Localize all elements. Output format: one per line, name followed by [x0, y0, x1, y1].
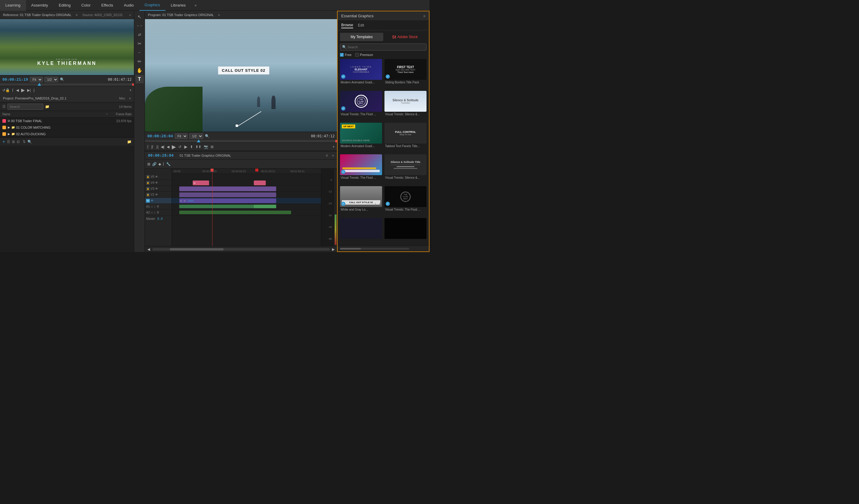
track-indicator-v1[interactable]: V1 [146, 199, 150, 203]
clip-a2-1[interactable] [179, 210, 291, 214]
track-eye-v1[interactable]: 👁 [151, 199, 154, 202]
source-scrubber[interactable] [0, 83, 134, 86]
clip-v4-2[interactable] [254, 180, 266, 185]
timeline-tool-wrench[interactable]: 🔧 [166, 162, 170, 166]
program-add-btn[interactable]: + [333, 145, 335, 149]
nav-editing[interactable]: Editing [54, 0, 76, 11]
eg-free-checkbox[interactable]: ✓ [340, 53, 344, 57]
tool-track-select[interactable]: →→ [135, 21, 144, 30]
track-eye-v3[interactable]: 👁 [155, 187, 158, 190]
program-fit-dropdown[interactable]: Fit [175, 133, 187, 139]
eg-template-11[interactable] [385, 218, 426, 244]
new-bin-btn[interactable]: 📁 [127, 140, 132, 144]
program-prev-edit-btn[interactable]: ◀| [161, 145, 164, 149]
clip-v4-1[interactable]: fx [193, 180, 209, 185]
program-quality-dropdown[interactable]: 1/2 [190, 133, 203, 139]
source-monitor-expand-icon[interactable]: » [129, 13, 131, 17]
eg-search-input[interactable] [340, 44, 426, 51]
eg-source-adobe-stock[interactable]: St Adobe Stock [383, 33, 426, 41]
eg-template-7[interactable]: Silence & Solitude Title Visual Trends: … [385, 154, 426, 184]
timeline-fwd-btn[interactable]: ▶ [332, 247, 335, 251]
search-btn[interactable]: 🔍 [27, 140, 32, 144]
eg-template-0[interactable]: LOWER THIRD ELEGANT CUSTOMIZABLE ✓ Moder… [340, 59, 382, 89]
list-view-btn[interactable]: ☰ [7, 140, 10, 144]
timeline-tool-mark[interactable]: ⌈ [163, 162, 164, 166]
eg-filter-premium[interactable]: Premium [355, 53, 373, 57]
track-lock-v5[interactable]: 🔒 [146, 175, 150, 179]
program-extract-btn[interactable]: ⬆⬆ [195, 145, 201, 149]
nav-assembly[interactable]: Assembly [26, 0, 54, 11]
timeline-tool-linked[interactable]: 🔗 [152, 162, 156, 166]
info-icon-8[interactable]: ℹ [375, 203, 376, 206]
track-lock-v3[interactable]: 🔒 [146, 187, 150, 191]
clip-v1-1[interactable]: fx fx A003_ [179, 199, 276, 203]
nav-more-button[interactable]: » [192, 3, 199, 7]
nav-color[interactable]: Color [76, 0, 96, 11]
track-solo-a2[interactable]: S [154, 211, 156, 214]
track-lock-v4[interactable]: 🔒 [146, 181, 150, 185]
track-mute-a1[interactable]: M [151, 205, 153, 208]
project-item-2[interactable]: ▶ 📁 02 AUTO-DUCKING [0, 131, 134, 137]
eg-tab-edit[interactable]: Edit [358, 23, 364, 28]
eg-template-2[interactable]: THE FLUID SELF ✓ Visual Trends: The Flui… [340, 91, 382, 120]
source-add-btn[interactable]: + [130, 88, 132, 92]
source-monitor-menu-icon[interactable]: ≡ [76, 13, 78, 17]
project-item-expand-2[interactable]: ▶ [8, 132, 10, 136]
eg-template-10[interactable] [340, 218, 382, 244]
tool-select[interactable]: ↖ [135, 13, 144, 21]
eg-tab-browse[interactable]: Browse [341, 23, 353, 28]
eg-template-8[interactable]: CALL OUT STYLE 02 ✓ ℹ ⬇ White and Gray L… [340, 186, 382, 216]
eg-template-1[interactable]: FIRST TEXT ADD SECOND TEXT Third Text He… [385, 59, 426, 89]
eg-template-6[interactable]: ✓ Visual Trends: The Fluid ... [340, 154, 382, 184]
nav-audio[interactable]: Audio [118, 0, 139, 11]
tool-text[interactable]: T [135, 75, 144, 83]
download-icon-8[interactable]: ⬇ [378, 203, 381, 206]
clip-v2-1[interactable] [179, 192, 276, 197]
source-loop-btn[interactable]: ↺🔒 [2, 88, 10, 92]
tool-hand[interactable]: ✋ [135, 66, 144, 75]
project-item-0[interactable]: ⧉ 00 TSB Trailer FINAL 23.976 fps [0, 118, 134, 124]
program-play-btn[interactable]: ▶ [172, 144, 176, 150]
clip-v3-1[interactable] [179, 187, 276, 191]
tool-slip[interactable]: ↔ [135, 48, 144, 57]
eg-template-4[interactable]: UP NEXT SOURCE DOUBLE HERE Modern Animat… [340, 123, 382, 152]
program-monitor-menu-icon[interactable]: ≡ [218, 13, 220, 17]
timeline-tool-add-marker[interactable]: ◆ [159, 162, 161, 166]
source-fit-dropdown[interactable]: Fit [30, 77, 43, 82]
timeline-expand-icon[interactable]: » [332, 153, 334, 158]
project-item-1[interactable]: ▶ 📁 01 COLOR MATCHING [0, 124, 134, 131]
new-item-btn[interactable]: + [2, 139, 5, 144]
eg-filter-free[interactable]: ✓ Free [340, 53, 352, 57]
nav-effects[interactable]: Effects [96, 0, 119, 11]
source-step-back-btn[interactable]: ◀ [16, 88, 19, 92]
source-step-fwd-btn[interactable]: ▶| [27, 88, 31, 92]
track-eye-v4[interactable]: 👁 [155, 181, 158, 184]
track-lock-v2[interactable]: 🔒 [146, 193, 150, 196]
sort-btn[interactable]: ⇅ [22, 140, 26, 144]
nav-graphics[interactable]: Graphics [139, 0, 166, 11]
program-mark-in-btn[interactable]: ⌈ [147, 145, 149, 149]
source-mark-in-btn[interactable]: ⌈ [12, 88, 14, 92]
program-scrubber[interactable] [145, 140, 337, 142]
project-item-expand-1[interactable]: ▶ [8, 126, 10, 129]
eg-template-5[interactable]: FULL CONTROL Easy To Use Tabbed Text Pan… [385, 123, 426, 152]
clip-a1-2[interactable] [254, 205, 276, 208]
timeline-menu-icon[interactable]: ≡ [326, 153, 328, 158]
tool-razor[interactable]: ✂ [135, 39, 144, 48]
track-mic-a2[interactable]: 🎙 [156, 211, 160, 214]
program-lift-btn[interactable]: ⬆ [190, 145, 193, 149]
eg-template-9[interactable]: THE FLUID SELF ✓ Visual Trends: The Flui… [385, 186, 426, 216]
nav-learning[interactable]: Learning [0, 0, 26, 11]
timeline-scrollbar[interactable] [152, 248, 330, 251]
source-zoom-icon[interactable]: 🔍 [60, 77, 64, 82]
timeline-back-btn[interactable]: ◀ [147, 247, 150, 251]
project-search-input[interactable] [7, 104, 43, 110]
track-eye-v5[interactable]: 👁 [155, 175, 158, 178]
eg-menu-icon[interactable]: ≡ [423, 14, 425, 18]
track-eye-v2[interactable]: 👁 [155, 193, 158, 196]
eg-scroll-bar[interactable] [340, 248, 409, 250]
program-camera-btn[interactable]: 📷 [204, 145, 208, 149]
program-next-edit-btn[interactable]: |▶ [184, 145, 187, 149]
program-zoom-icon[interactable]: 🔍 [205, 134, 209, 138]
program-settings-btn[interactable]: ⊞ [211, 145, 213, 149]
